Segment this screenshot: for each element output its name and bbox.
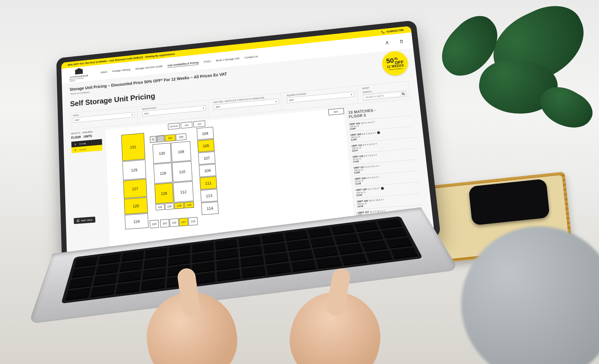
phone-link[interactable]: 📞 01480417785 (381, 28, 404, 34)
legend-selecta: SELECT A (71, 132, 80, 134)
unit-126[interactable]: 126 (155, 183, 174, 204)
wc-label: W/C (328, 108, 344, 115)
map-view-button[interactable]: MAP VIEW (74, 217, 95, 224)
unit-125[interactable]: 125 (124, 197, 148, 214)
brand-logo[interactable]: STORAGEHUB MAKING STORAGE SIMPLE (69, 67, 89, 82)
chevron-down-icon: ▾ (202, 107, 204, 110)
unit-110[interactable]: 110 (172, 161, 192, 182)
search-input[interactable] (363, 93, 400, 99)
office-label: OFFICE (168, 123, 180, 130)
nav-item[interactable]: Contact Us (244, 55, 258, 59)
box-icon (75, 68, 83, 75)
unit-105[interactable]: 105 (197, 139, 214, 152)
phone-icon: 📞 (381, 31, 385, 34)
unit-122[interactable]: 122 (155, 204, 164, 210)
unit-106[interactable]: 106 (176, 133, 187, 140)
svg-point-0 (386, 41, 388, 43)
unit-127[interactable]: 127 (123, 179, 147, 198)
elevator: E (150, 136, 156, 143)
unit-123[interactable]: 123 (150, 220, 159, 228)
office-102[interactable]: 102 (181, 122, 193, 129)
unit-107[interactable]: 107 (198, 151, 216, 165)
badge-50: 50 (386, 57, 394, 64)
unit-128[interactable]: 128 (154, 163, 173, 184)
unit-117[interactable]: 117 (179, 218, 188, 226)
filter-movein-value: ANY (144, 112, 149, 115)
search-icon[interactable] (400, 92, 406, 96)
nav-item[interactable]: Arrange Viewing (112, 68, 131, 73)
unit-119[interactable]: 119 (170, 219, 179, 227)
unit-129[interactable]: 129 (122, 160, 146, 180)
chevron-down-icon: ▾ (276, 100, 277, 103)
nav-item[interactable]: Unit Availability & Pricing (167, 61, 199, 67)
nav-item[interactable]: Book A Storage Unit (216, 57, 240, 62)
unit-101[interactable]: 101 (165, 134, 176, 142)
legend-units: UNITS (84, 134, 92, 138)
filter-size: UNIT SIZE - DEPTH (FT) X WIDTH (FT) X HE… (211, 93, 282, 117)
unit-121[interactable]: 121 (160, 219, 170, 228)
unit-111[interactable]: 111 (200, 176, 217, 189)
legend-available: AVAILABLE (82, 131, 93, 134)
office-103[interactable]: 103 (193, 121, 205, 128)
legend-floor: FLOOR (71, 136, 81, 139)
nav-item[interactable]: About (100, 70, 107, 74)
unit-116[interactable]: 116 (184, 201, 194, 208)
account-icon[interactable] (385, 40, 390, 46)
unit-114[interactable]: 114 (201, 202, 219, 215)
floor-legend: SELECT A AVAILABLE FLOOR UNITS 121 units… (71, 130, 106, 255)
unit-118[interactable]: 118 (174, 202, 184, 209)
chevron-down-icon: ▾ (351, 93, 352, 96)
stairs-icon (157, 135, 164, 142)
filter-sqft-value: ANY (289, 98, 294, 101)
filter-size-value: ANY (216, 105, 221, 108)
unit-113[interactable]: 113 (200, 189, 218, 202)
filter-price: PRICE ANY ▾ (71, 107, 138, 129)
unit-109[interactable]: 109 (199, 164, 216, 177)
unit-124[interactable]: 124 (125, 213, 149, 229)
bag-icon[interactable] (399, 39, 404, 44)
unit-115[interactable]: 115 (188, 217, 198, 225)
phone-number: 01480417785 (386, 28, 404, 33)
map-icon (77, 219, 80, 222)
nav-item[interactable]: FAQ's (204, 60, 211, 63)
unit-131[interactable]: 131 (121, 133, 145, 161)
chevron-down-icon: ▾ (131, 113, 133, 116)
filter-movein: MOVE-IN DATE ANY ▾ (140, 100, 209, 123)
unit-120[interactable]: 120 (165, 203, 174, 210)
unit-130[interactable]: 130 (152, 143, 171, 163)
map-view-label: MAP VIEW (81, 219, 93, 222)
unit-112[interactable]: 112 (173, 181, 193, 203)
filter-price-value: ANY (75, 119, 79, 122)
filter-reset-col: RESET SEARCH (359, 81, 410, 103)
unit-108[interactable]: 108 (171, 141, 191, 162)
filter-sqft: SQUARE FOOTAGE ANY ▾ (284, 86, 358, 110)
unit-104[interactable]: 104 (197, 127, 214, 140)
nav-item[interactable]: Storage Unit Size Guide (135, 65, 162, 70)
